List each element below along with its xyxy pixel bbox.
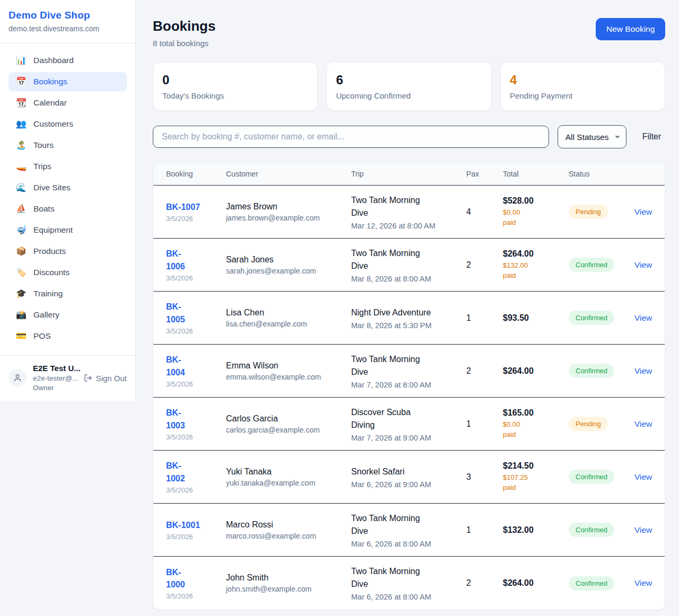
total-amount: $132.00 [503, 525, 569, 535]
sidebar-item-label: POS [33, 331, 51, 341]
status-badge: Pending [569, 205, 608, 219]
trip-name: Two Tank Morning Dive [351, 353, 466, 379]
sidebar-item-pos[interactable]: 💳 POS [8, 327, 127, 346]
status-filter-select[interactable]: All Statuses [558, 125, 626, 148]
booking-id-link[interactable]: BK-1001 [166, 519, 200, 531]
table-row: BK- 1000 3/5/2026 John Smith john.smith@… [153, 557, 665, 610]
user-icon [13, 374, 22, 382]
view-link[interactable]: View [634, 578, 652, 587]
sidebar-item-gallery[interactable]: 📸 Gallery [8, 305, 127, 324]
sidebar-item-trips[interactable]: 🚤 Trips [8, 157, 127, 176]
graduation-cap-icon: 🎓 [16, 289, 27, 298]
sidebar-item-dive-sites[interactable]: 🌊 Dive Sites [8, 178, 127, 197]
view-link[interactable]: View [634, 366, 652, 375]
trip-name: Two Tank Morning Dive [351, 512, 466, 538]
status-badge: Confirmed [569, 470, 614, 484]
sidebar-item-label: Calendar [33, 98, 67, 108]
view-link[interactable]: View [634, 472, 652, 481]
customer-email: emma.wilson@example.com [226, 373, 351, 381]
total-amount: $264.00 [503, 578, 569, 588]
trip-name: Discover Scuba Diving [351, 406, 466, 432]
customer-name: Yuki Tanaka [226, 467, 351, 477]
table-body: BK-1007 3/5/2026 James Brown james.brown… [153, 186, 665, 610]
booking-id-link[interactable]: BK- 1003 [166, 407, 185, 431]
customer-email: yuki.tanaka@example.com [226, 479, 351, 487]
sign-out-label: Sign Out [96, 374, 127, 383]
trip-datetime: Mar 6, 2026 at 8:00 AM [351, 540, 466, 548]
stat-label: Today's Bookings [162, 91, 308, 100]
new-booking-button[interactable]: New Booking [596, 18, 665, 40]
page-title: Bookings [153, 18, 215, 34]
customer-name: John Smith [226, 573, 351, 583]
booking-id-link[interactable]: BK-1007 [166, 201, 200, 213]
wave-icon: 🌊 [16, 183, 27, 192]
main-content: Bookings 8 total bookings New Booking 0 … [136, 0, 679, 616]
user-name: E2E Test U... [33, 363, 77, 374]
view-link[interactable]: View [634, 419, 652, 428]
sidebar-item-label: Discounts [33, 268, 69, 277]
total-amount: $165.00 [503, 408, 569, 418]
sidebar-item-products[interactable]: 📦 Products [8, 242, 127, 261]
sidebar-item-customers[interactable]: 👥 Customers [8, 115, 127, 134]
stat-value: 4 [510, 73, 656, 87]
booking-id-link[interactable]: BK- 1000 [166, 566, 185, 591]
diving-mask-icon: 🤿 [16, 226, 27, 234]
customer-name: James Brown [226, 202, 351, 212]
column-header-pax: Pax [466, 163, 503, 185]
bookings-count: 8 total bookings [153, 39, 215, 48]
app-title: Demo Dive Shop [8, 10, 127, 21]
view-link[interactable]: View [634, 260, 652, 269]
total-amount: $214.50 [503, 461, 569, 471]
total-amount: $528.00 [503, 196, 569, 206]
total-amount: $264.00 [503, 366, 569, 376]
bookings-table: Booking Customer Trip Pax Total Status B… [153, 162, 665, 610]
sidebar-header: Demo Dive Shop demo.test.divestreams.com [0, 0, 135, 43]
sidebar-item-label: Products [33, 247, 66, 256]
booking-date: 3/5/2026 [166, 274, 226, 282]
sidebar-item-dashboard[interactable]: 📊 Dashboard [8, 51, 127, 70]
table-row: BK-1007 3/5/2026 James Brown james.brown… [153, 186, 665, 239]
trip-name: Two Tank Morning Dive [351, 247, 466, 272]
sidebar-item-discounts[interactable]: 🏷️ Discounts [8, 263, 127, 282]
pax-count: 2 [466, 260, 503, 270]
user-role: Owner [33, 383, 77, 393]
sidebar-item-calendar[interactable]: 📆 Calendar [8, 93, 127, 112]
pax-count: 4 [466, 207, 503, 217]
booking-date: 3/5/2026 [166, 327, 226, 335]
sidebar-item-training[interactable]: 🎓 Training [8, 284, 127, 303]
sidebar-item-label: Dive Sites [33, 183, 71, 192]
sign-out-button[interactable]: Sign Out [84, 374, 127, 383]
bar-chart-icon: 📊 [16, 56, 27, 65]
view-link[interactable]: View [634, 313, 652, 322]
column-header-actions [634, 163, 652, 185]
customer-name: Emma Wilson [226, 361, 351, 371]
sidebar-item-tours[interactable]: 🏝️ Tours [8, 136, 127, 155]
column-header-booking: Booking [166, 163, 226, 185]
view-link[interactable]: View [634, 525, 652, 534]
package-icon: 📦 [16, 247, 27, 256]
booking-id-link[interactable]: BK- 1004 [166, 354, 185, 378]
credit-card-icon: 💳 [16, 332, 27, 340]
search-input[interactable] [153, 126, 549, 148]
stat-value: 6 [336, 73, 482, 87]
trip-name: Snorkel Safari [351, 465, 466, 478]
filter-button[interactable]: Filter [635, 132, 666, 142]
stat-card: 0 Today's Bookings [153, 62, 318, 111]
booking-id-link[interactable]: BK- 1005 [166, 301, 185, 325]
view-link[interactable]: View [634, 207, 652, 216]
speedboat-icon: 🚤 [16, 162, 27, 171]
sailboat-icon: ⛵ [16, 205, 27, 213]
booking-id-link[interactable]: BK- 1006 [166, 248, 185, 272]
paid-amount: $132.00 paid [503, 261, 535, 280]
sidebar-item-equipment[interactable]: 🤿 Equipment [8, 221, 127, 240]
island-icon: 🏝️ [16, 141, 27, 149]
trip-datetime: Mar 6, 2026 at 9:00 AM [351, 480, 466, 489]
app-domain: demo.test.divestreams.com [8, 24, 127, 33]
sidebar-item-boats[interactable]: ⛵ Boats [8, 199, 127, 218]
booking-id-link[interactable]: BK- 1002 [166, 460, 185, 484]
sidebar-item-bookings[interactable]: 📅 Bookings [8, 72, 127, 91]
sidebar-item-label: Boats [33, 204, 55, 214]
customer-name: Lisa Chen [226, 308, 351, 318]
status-select-wrap: All Statuses [558, 125, 626, 148]
pax-count: 2 [466, 366, 503, 376]
